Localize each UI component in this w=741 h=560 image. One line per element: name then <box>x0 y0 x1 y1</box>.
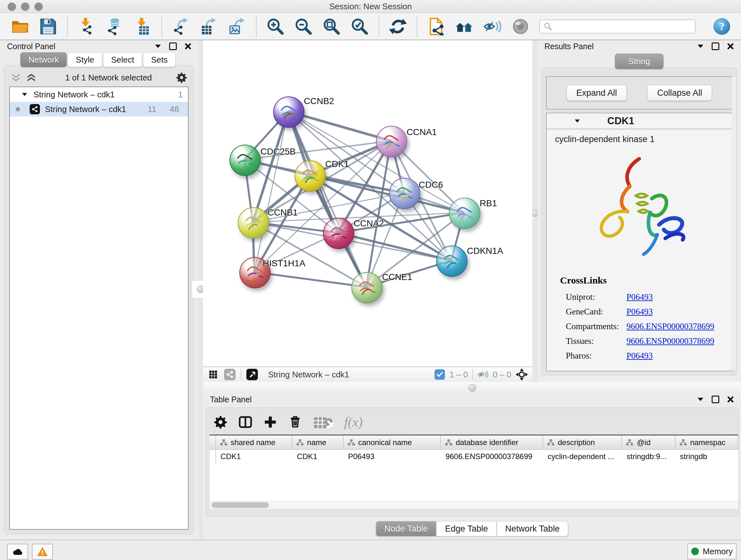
cell-database-identifier[interactable]: 9606.ENSP00000378699 <box>441 452 543 461</box>
network-node-cdk1[interactable] <box>294 160 326 192</box>
tab-edge-table[interactable]: Edge Table <box>436 521 496 537</box>
horizontal-splitter-handle[interactable] <box>468 384 476 392</box>
column-header-id[interactable]: @id <box>622 435 675 449</box>
tree-expand-icon[interactable] <box>21 92 28 97</box>
refresh-button[interactable] <box>389 17 407 36</box>
table-row[interactable]: CDK1 CDK1 P06493 9606.ENSP00000378699 cy… <box>210 450 738 463</box>
gene-section-header[interactable]: CDK1 <box>547 113 732 129</box>
panel-collapse-icon[interactable] <box>697 397 704 402</box>
panel-float-icon[interactable] <box>169 43 177 50</box>
network-share-icon[interactable] <box>224 369 235 380</box>
column-header-shared-name[interactable]: shared name <box>216 435 293 449</box>
panel-collapse-icon[interactable] <box>697 44 704 49</box>
show-hide-graphics-button[interactable] <box>483 17 502 36</box>
network-collection-row[interactable]: String Network – cdk1 1 <box>10 87 188 102</box>
network-node-cdkn1a[interactable] <box>436 246 468 277</box>
collapse-all-button[interactable]: Collapse All <box>647 85 712 101</box>
scrollbar-thumb[interactable] <box>212 502 269 508</box>
network-node-ccna2[interactable] <box>323 218 354 249</box>
network-node-ccne1[interactable] <box>351 272 383 303</box>
zoom-in-button[interactable] <box>266 17 285 36</box>
panel-close-icon[interactable] <box>185 43 192 50</box>
grid-view-icon[interactable] <box>207 369 219 380</box>
crosslink-value[interactable]: P06493 <box>626 292 653 302</box>
table-horizontal-scrollbar[interactable] <box>210 501 738 509</box>
import-table-from-file-button[interactable] <box>133 17 152 36</box>
cloud-button[interactable] <box>7 544 28 560</box>
column-header-namespace[interactable]: namespac <box>676 435 738 449</box>
column-header-name[interactable]: name <box>292 435 343 449</box>
network-node-rb1[interactable] <box>449 198 480 229</box>
home-button[interactable] <box>455 17 474 36</box>
cell-name[interactable]: CDK1 <box>292 452 343 461</box>
zoom-selected-button[interactable] <box>350 17 369 36</box>
tab-string[interactable]: String <box>615 54 664 69</box>
results-scrollbar[interactable] <box>732 76 736 370</box>
share-document-button[interactable] <box>427 17 446 36</box>
crosslink-value[interactable]: 9606.ENSP00000378699 <box>626 321 714 331</box>
network-options-gear-icon[interactable] <box>176 72 187 83</box>
tab-sets[interactable]: Sets <box>143 52 176 67</box>
help-button[interactable] <box>714 18 730 35</box>
left-splitter[interactable] <box>199 40 203 540</box>
cell-shared-name[interactable]: CDK1 <box>216 452 293 461</box>
import-network-from-file-button[interactable] <box>77 17 96 36</box>
expand-all-networks-icon[interactable] <box>26 73 37 82</box>
network-node-ccna1[interactable] <box>376 126 407 157</box>
network-node-cdc6[interactable] <box>389 178 420 209</box>
export-table-button[interactable] <box>200 17 218 36</box>
memory-button[interactable]: Memory <box>687 543 737 559</box>
panel-close-icon[interactable] <box>727 396 734 403</box>
search-input[interactable] <box>539 19 696 34</box>
show-column-panes-icon[interactable] <box>239 415 253 429</box>
tab-network[interactable]: Network <box>20 52 67 67</box>
save-session-button[interactable] <box>39 17 57 36</box>
collapse-all-networks-icon[interactable] <box>10 73 21 82</box>
birds-eye-view-icon[interactable] <box>246 369 258 380</box>
selected-nodes-checkbox[interactable] <box>434 369 445 380</box>
panel-float-icon[interactable] <box>712 395 719 403</box>
export-image-button[interactable] <box>228 17 246 36</box>
column-header-canonical-name[interactable]: canonical name <box>344 435 441 449</box>
horizontal-splitter[interactable] <box>203 382 741 393</box>
tab-network-table[interactable]: Network Table <box>496 521 568 537</box>
table-options-gear-icon[interactable] <box>213 415 227 429</box>
network-node-cdc25b[interactable] <box>229 145 261 176</box>
cell-id[interactable]: stringdb:9... <box>622 452 675 461</box>
panel-float-icon[interactable] <box>712 43 719 50</box>
panel-close-icon[interactable] <box>727 43 734 50</box>
network-node-ccnb1[interactable] <box>238 207 269 239</box>
hidden-elements-icon[interactable] <box>477 370 488 379</box>
network-node-ccnb2[interactable] <box>273 97 305 128</box>
fit-content-button[interactable] <box>322 17 341 36</box>
import-network-from-database-button[interactable] <box>105 17 124 36</box>
eye-button[interactable] <box>511 17 530 36</box>
network-edge[interactable] <box>254 141 391 272</box>
cell-namespace[interactable]: stringdb <box>676 452 738 461</box>
create-column-plus-icon[interactable] <box>263 415 277 429</box>
section-collapse-icon[interactable] <box>574 119 581 123</box>
tab-select[interactable]: Select <box>103 52 142 67</box>
crosslink-value[interactable]: 9606.ENSP00000378699 <box>626 336 714 346</box>
cell-canonical-name[interactable]: P06493 <box>344 452 441 461</box>
cell-description[interactable]: cyclin-dependent ... <box>543 452 622 461</box>
network-canvas[interactable]: CCNB2CCNA1CDC25BCDK1CDC6RB1CCNB1CCNA2CDK… <box>203 40 532 367</box>
zoom-out-button[interactable] <box>294 17 313 36</box>
crosslink-value[interactable]: P06493 <box>626 307 653 317</box>
warnings-button[interactable] <box>32 544 53 560</box>
column-header-database-identifier[interactable]: database identifier <box>441 435 543 449</box>
expand-all-button[interactable]: Expand All <box>566 85 627 101</box>
tab-node-table[interactable]: Node Table <box>376 521 436 537</box>
tab-style[interactable]: Style <box>68 52 102 67</box>
open-session-button[interactable] <box>11 17 29 36</box>
panel-collapse-icon[interactable] <box>154 44 161 49</box>
network-row-selected[interactable]: String Network – cdk1 11 48 <box>10 102 188 117</box>
network-edge[interactable] <box>254 272 366 287</box>
export-network-button[interactable] <box>172 17 190 36</box>
network-edge[interactable] <box>254 111 288 272</box>
right-splitter[interactable] <box>532 40 537 382</box>
fit-selection-crosshair-icon[interactable] <box>516 368 528 381</box>
crosslink-value[interactable]: P06493 <box>626 351 653 361</box>
column-header-description[interactable]: description <box>543 435 622 449</box>
delete-column-trash-icon[interactable] <box>288 415 302 429</box>
